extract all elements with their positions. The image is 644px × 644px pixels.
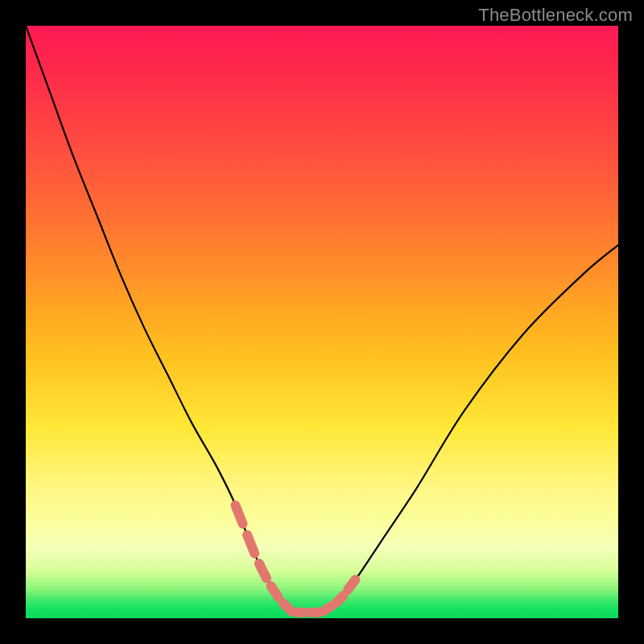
highlight-dash [348, 580, 355, 589]
chart-frame: TheBottleneck.com [0, 0, 644, 644]
watermark-text: TheBottleneck.com [478, 5, 633, 26]
highlight-dash [259, 564, 266, 578]
highlight-dash [271, 586, 279, 597]
highlight-dash [283, 603, 292, 612]
plot-area [26, 26, 618, 618]
curve-layer [26, 26, 618, 618]
bottleneck-curve-path [26, 26, 618, 613]
highlight-dash [235, 506, 242, 524]
highlight-dashes [235, 506, 355, 613]
highlight-dash [336, 596, 344, 603]
highlight-dash [247, 535, 254, 554]
highlight-dash [324, 606, 332, 611]
